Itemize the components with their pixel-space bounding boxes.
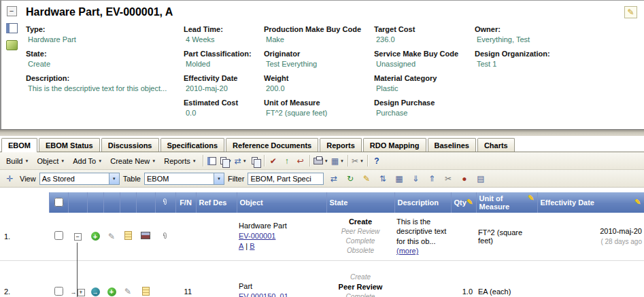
form-view-icon[interactable] — [6, 23, 18, 33]
more-link[interactable]: (more) — [396, 247, 418, 255]
expand-all-button[interactable]: ⇓ — [409, 172, 422, 185]
tabs-bar: EBOM EBOM Status Discussions Specificati… — [0, 136, 644, 152]
notes-icon[interactable] — [124, 231, 132, 240]
field-design-organization: Design Organization: Test 1 — [475, 50, 639, 68]
tree-header — [68, 192, 87, 213]
menu-build[interactable]: Build ▼ — [2, 155, 33, 167]
field-value: FT^2 (square feet) — [264, 109, 367, 117]
edit-column-icon[interactable]: ✎ — [634, 198, 641, 205]
row-select-cell — [49, 260, 68, 297]
uom-cell: EA (each) — [476, 260, 537, 297]
grid-edit-button[interactable]: ▦ — [392, 172, 405, 185]
menu-create-new[interactable]: Create New ▼ — [106, 155, 160, 167]
collapse-node-icon[interactable]: − — [74, 233, 82, 241]
export-button[interactable]: ▦▼ — [330, 154, 345, 168]
qty-header[interactable]: Qty✎ — [451, 192, 476, 213]
edit-row-icon[interactable]: ✎ — [124, 287, 131, 296]
copy-icon — [220, 157, 226, 164]
collapse-all-button[interactable]: ⇑ — [425, 172, 438, 185]
edit-details-button[interactable]: ✎ — [624, 6, 637, 18]
tab-specifications[interactable]: Specifications — [160, 138, 225, 152]
state-header[interactable]: State — [326, 192, 394, 213]
tab-reference-documents[interactable]: Reference Documents — [226, 138, 318, 152]
object-name-link[interactable]: EV-000150_01 — [239, 292, 288, 297]
ref-des-cell — [196, 260, 237, 297]
format-view-button[interactable] — [205, 154, 219, 168]
uom-header-label: Unit of Measure — [479, 194, 528, 211]
current-state: Peer Review — [328, 282, 392, 292]
field-originator: Originator Test Everything — [264, 50, 374, 68]
help-button[interactable]: ? — [370, 154, 384, 168]
demote-button[interactable]: ↩ — [294, 154, 307, 168]
record-button[interactable]: ● — [458, 172, 471, 185]
edit-column-icon[interactable]: ✎ — [528, 194, 534, 201]
fit-icon: ✛ — [6, 174, 13, 184]
columns-button[interactable]: ▤ — [474, 172, 487, 185]
icon-col-header — [136, 192, 155, 213]
validate-button[interactable]: ✔ — [267, 154, 280, 168]
sort-button[interactable]: ⇅ — [376, 172, 389, 185]
compare-icon: ⇄ — [235, 156, 241, 166]
panel-icon — [207, 157, 216, 165]
effectivity-header[interactable]: Effectivity Date✎ — [537, 192, 644, 213]
collapse-panel-button[interactable]: − — [7, 6, 17, 16]
promote-button[interactable]: ↑ — [280, 154, 294, 168]
tools-button[interactable]: ✂▼ — [350, 154, 365, 168]
tree-cell: − — [68, 213, 87, 260]
filter-compare-button[interactable]: ⇄ — [327, 172, 340, 185]
open-structure-icon[interactable]: → — [91, 287, 100, 296]
field-value: Purchase — [374, 109, 468, 117]
edit-cells-button[interactable]: ✎ — [360, 172, 373, 185]
image-icon[interactable] — [141, 232, 150, 239]
uom-header[interactable]: Unit of Measure✎ — [476, 192, 537, 213]
field-label: Description: — [26, 74, 177, 82]
row-checkbox[interactable] — [54, 231, 63, 240]
fit-view-button[interactable]: ✛ — [3, 172, 16, 185]
field-label: Unit of Measure — [264, 99, 367, 107]
icon-cell: ✎ — [103, 213, 120, 260]
select-all-checkbox[interactable] — [54, 198, 63, 207]
object-header[interactable]: Object — [237, 192, 326, 213]
table-select[interactable]: EBOM ▼ — [144, 173, 224, 185]
menu-object[interactable]: Object ▼ — [33, 155, 69, 167]
add-item-icon[interactable]: + — [91, 232, 100, 241]
add-item-icon[interactable]: + — [107, 287, 116, 296]
tab-charts[interactable]: Charts — [477, 138, 515, 152]
menu-reports[interactable]: Reports ▼ — [160, 155, 200, 167]
fn-cell — [175, 213, 196, 260]
tab-discussions[interactable]: Discussions — [101, 138, 159, 152]
row-checkbox[interactable] — [54, 287, 63, 296]
qty-cell: 1.0 — [451, 260, 476, 297]
paperclip-icon[interactable] — [162, 231, 169, 241]
edit-column-icon[interactable]: ✎ — [467, 198, 473, 205]
menu-label: Build — [6, 157, 22, 165]
expand-node-icon[interactable]: + — [78, 289, 85, 296]
compare-button[interactable]: ⇄▼ — [233, 154, 248, 168]
tab-rdo-mapping[interactable]: RDO Mapping — [363, 138, 426, 152]
print-button[interactable]: ▼ — [312, 154, 330, 168]
attachment-cell — [155, 213, 175, 260]
edit-row-icon[interactable]: ✎ — [108, 232, 115, 241]
fn-header[interactable]: F/N — [175, 192, 196, 213]
notes-icon[interactable] — [142, 287, 150, 296]
description-header[interactable]: Description — [394, 192, 451, 213]
revision-a-link[interactable]: A — [239, 242, 243, 250]
object-name-link[interactable]: EV-000001 — [239, 232, 275, 240]
tab-ebom-status[interactable]: EBOM Status — [39, 138, 100, 152]
copy-button[interactable]: ▼ — [219, 154, 233, 168]
view-select[interactable]: As Stored ▼ — [39, 173, 120, 185]
object-type: Hardware Part — [239, 221, 324, 231]
menu-add-to[interactable]: Add To ▼ — [69, 155, 106, 167]
refresh-button[interactable]: ↻ — [343, 172, 356, 185]
tab-ebom[interactable]: EBOM — [1, 138, 37, 152]
tab-baselines[interactable]: Baselines — [428, 138, 476, 152]
pencil-icon: ✎ — [627, 7, 634, 17]
lifecycle-icon[interactable] — [6, 40, 18, 50]
filter-input[interactable] — [248, 173, 324, 185]
ref-des-header[interactable]: Ref Des — [196, 192, 237, 213]
cut-button[interactable]: ✂ — [441, 172, 454, 185]
paste-button[interactable] — [248, 154, 262, 168]
revision-b-link[interactable]: B — [250, 242, 254, 250]
tab-reports[interactable]: Reports — [320, 138, 362, 152]
effectivity-date: 2010-maj-20 — [539, 227, 642, 235]
